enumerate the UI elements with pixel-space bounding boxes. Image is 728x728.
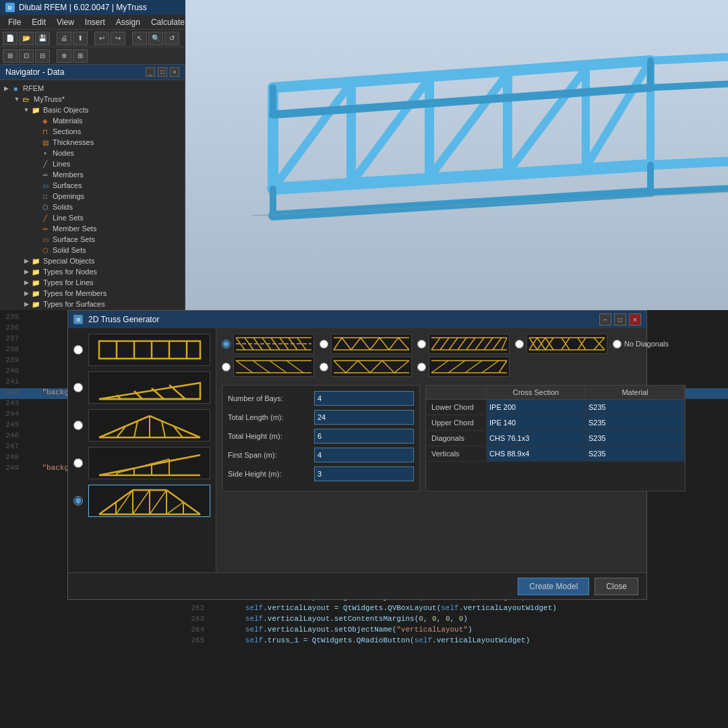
dialog-maximize[interactable]: □ (614, 313, 626, 326)
tb-select[interactable]: ↖ (132, 32, 147, 45)
nav-nodes[interactable]: • Nodes (0, 148, 185, 158)
dialog-icon: ⊞ (73, 315, 83, 324)
tb-save[interactable]: 💾 (35, 32, 50, 45)
menu-view[interactable]: View (51, 16, 80, 28)
nav-solids[interactable]: ⬡ Solids (0, 202, 185, 212)
bays-input[interactable] (314, 391, 414, 406)
dialog-minimize[interactable]: − (599, 313, 611, 326)
nav-close[interactable]: × (170, 67, 179, 77)
verticals-material[interactable] (586, 446, 685, 461)
nav-rfem[interactable]: ▶ ■ RFEM (0, 83, 185, 94)
nav-members[interactable]: ═ Members (0, 169, 185, 180)
pattern-opt-8[interactable] (417, 357, 510, 377)
truss-option-4[interactable] (73, 447, 210, 479)
nav-minimize[interactable]: _ (146, 67, 155, 77)
firstspan-input[interactable] (314, 448, 414, 462)
nav-types-surfaces[interactable]: ▶ 📁 Types for Surfaces (0, 299, 185, 309)
truss-radio-3[interactable] (73, 421, 83, 430)
nav-openings[interactable]: □ Openings (0, 191, 185, 202)
menu-calculate[interactable]: Calculate (146, 16, 190, 28)
pattern-radio-3[interactable] (417, 340, 426, 348)
parameters-form: Number of Bays: Total Length (m): Total … (222, 385, 420, 491)
truss-radio-5[interactable] (73, 496, 83, 506)
diagonals-section[interactable] (487, 431, 586, 446)
viewport[interactable] (185, 0, 728, 310)
create-model-button[interactable]: Create Model (518, 578, 589, 595)
pattern-radio-5[interactable] (613, 340, 621, 348)
nav-maximize[interactable]: □ (158, 67, 167, 77)
tb2-snap[interactable]: ⊕ (57, 49, 71, 63)
upper-chord-material[interactable] (586, 415, 685, 430)
sideheight-input[interactable] (314, 466, 414, 481)
pattern-opt-5[interactable]: No Diagonals (613, 340, 669, 348)
nav-solidsets[interactable]: ⬡ Solid Sets (0, 245, 185, 255)
nav-membersets[interactable]: ═ Member Sets (0, 223, 185, 234)
pattern-radio-1[interactable] (222, 340, 231, 348)
menu-assign[interactable]: Assign (111, 16, 146, 28)
nav-materials[interactable]: ◈ Materials (0, 115, 185, 126)
truss-generator-dialog[interactable]: ⊞ 2D Truss Generator − □ × (67, 310, 647, 600)
height-label: Total Height (m): (228, 432, 309, 440)
truss-option-1[interactable] (73, 334, 210, 366)
menu-edit[interactable]: Edit (26, 16, 51, 28)
nav-surfaces[interactable]: ▭ Surfaces (0, 180, 185, 191)
nav-mytruss[interactable]: ▼ 🗁 MyTruss* (0, 94, 185, 104)
truss-option-2[interactable] (73, 371, 210, 404)
tb-redo[interactable]: ↪ (111, 32, 125, 45)
nav-types-lines[interactable]: ▶ 📁 Types for Lines (0, 277, 185, 288)
pattern-radio-6[interactable] (222, 363, 231, 371)
tb-print[interactable]: 🖨 (57, 32, 71, 45)
nav-lines[interactable]: ╱ Lines (0, 158, 185, 169)
nav-types-nodes[interactable]: ▶ 📁 Types for Nodes (0, 266, 185, 277)
tb2-grid[interactable]: ⊞ (73, 49, 88, 63)
pattern-opt-4[interactable] (515, 334, 607, 354)
tb-new[interactable]: 📄 (3, 32, 18, 45)
verticals-section[interactable] (487, 446, 586, 461)
pattern-opt-2[interactable] (320, 334, 412, 354)
nav-sections[interactable]: ⊓ Sections (0, 126, 185, 137)
close-button[interactable]: Close (595, 578, 638, 595)
pattern-radio-8[interactable] (417, 363, 426, 371)
nav-types-members[interactable]: ▶ 📁 Types for Members (0, 288, 185, 299)
menu-insert[interactable]: Insert (80, 16, 111, 28)
svg-line-69 (133, 490, 150, 514)
nav-thicknesses[interactable]: ▤ Thicknesses (0, 137, 185, 148)
tb2-view1[interactable]: ⊞ (3, 49, 18, 63)
nav-special-objects[interactable]: ▶ 📁 Special Objects (0, 255, 185, 266)
tb2-view2[interactable]: ⊡ (19, 49, 34, 63)
nav-basic-objects[interactable]: ▼ 📁 Basic Objects (0, 104, 185, 115)
truss-radio-1[interactable] (73, 345, 83, 355)
pattern-opt-1[interactable] (222, 334, 314, 354)
lower-chord-material[interactable] (586, 400, 685, 415)
nav-basic-label: Basic Objects (43, 106, 88, 114)
truss-option-3[interactable] (73, 409, 210, 442)
length-input[interactable] (314, 410, 414, 425)
tb-zoom[interactable]: 🔍 (148, 32, 163, 45)
nav-surfacesets[interactable]: ▭ Surface Sets (0, 234, 185, 245)
tb-undo[interactable]: ↩ (94, 32, 109, 45)
truss-radio-2[interactable] (73, 383, 83, 392)
pattern-opt-3[interactable] (417, 334, 510, 354)
nav-linesets[interactable]: ╱ Line Sets (0, 212, 185, 223)
pattern-radio-7[interactable] (320, 363, 328, 371)
upper-chord-section[interactable] (487, 415, 586, 430)
tb-export[interactable]: ⬆ (73, 32, 88, 45)
sideheight-label: Side Height (m): (228, 470, 309, 478)
pattern-radio-2[interactable] (320, 340, 328, 348)
pattern-opt-6[interactable] (222, 357, 314, 377)
truss-option-5[interactable] (73, 485, 210, 517)
dialog-close[interactable]: × (629, 313, 641, 326)
truss-radio-4[interactable] (73, 458, 83, 468)
diagonals-material[interactable] (586, 431, 685, 446)
tb2-view3[interactable]: ⊟ (35, 49, 50, 63)
menu-file[interactable]: File (3, 16, 26, 28)
lower-chord-section[interactable] (487, 400, 586, 415)
height-input[interactable] (314, 429, 414, 444)
svg-line-88 (431, 338, 440, 350)
types-lines-icon: 📁 (31, 278, 40, 287)
pattern-opt-7[interactable] (320, 357, 412, 377)
tb-open[interactable]: 📂 (19, 32, 34, 45)
svg-line-123 (465, 361, 482, 373)
tb-rotate[interactable]: ↺ (164, 32, 179, 45)
pattern-radio-4[interactable] (515, 340, 524, 348)
